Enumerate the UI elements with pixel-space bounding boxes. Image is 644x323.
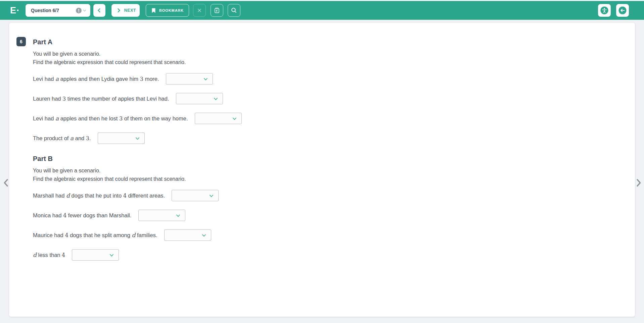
math-variable: d [33,252,37,258]
x-mark-icon [196,7,203,14]
math-number: 4 [62,252,65,258]
prev-question-button[interactable] [93,4,105,17]
row-text: Lauren had 3 times the number of apples … [33,96,169,102]
row-text: Maurice had 4 dogs that he split among d… [33,232,157,238]
workspace: 6 Part A You will be given a scenario.Fi… [0,20,644,323]
math-number: 4 [63,212,66,219]
row-text-segment: apples and then he lost [59,115,119,121]
chevron-down-icon [209,193,214,199]
math-number: 3 [119,115,123,122]
part-title: Part A [33,37,242,47]
row-text-segment: dogs that he split among [68,232,132,238]
chevron-down-icon [201,232,207,238]
row-text: Monica had 4 fewer dogs than Marshall. [33,212,132,219]
row-text-segment: Levi had [33,76,55,82]
row-text-segment: and [74,135,86,141]
chevron-down-icon [213,96,219,102]
answer-dropdown[interactable] [72,249,119,261]
row-text: Marshall had d dogs that he put into 4 d… [33,192,165,199]
row-text-segment: families. [135,232,157,238]
bookmark-button[interactable]: BOOKMARK [146,4,189,17]
accessibility-button[interactable] [598,4,611,17]
question-selector-label: Question 6/7 [31,8,59,13]
page-prev-chevron[interactable] [2,178,10,187]
calculator-button[interactable] [211,4,223,17]
question-number-badge: 6 [16,37,26,46]
arrow-left-circle-icon [618,6,627,15]
row-text: d less than 4 [33,252,65,258]
scenario-row: Maurice had 4 dogs that he split among d… [33,229,242,241]
scenario-row: The product of a and 3. [33,132,242,144]
app-logo: E· [10,4,20,17]
math-number: 4 [123,193,127,199]
answer-dropdown[interactable] [195,113,242,124]
row-text: Levi had a apples and then he lost 3 of … [33,115,188,122]
row-text-segment: Marshall had [33,193,66,199]
part-instructions: You will be given a scenario.Find the al… [33,50,242,66]
math-variable: a [70,135,74,142]
row-text-segment: times the number of apples that Levi had… [66,96,169,102]
row-text-segment: more. [143,76,159,82]
part-instructions: You will be given a scenario.Find the al… [33,167,242,183]
row-text-segment: Lauren had [33,96,62,102]
math-number: 3 [86,135,89,142]
question-content: Part A You will be given a scenario.Find… [33,37,242,261]
page-next-chevron[interactable] [635,178,642,187]
row-text-segment: fewer dogs than Marshall. [66,212,132,218]
accessibility-icon [600,6,609,15]
math-number: 3 [140,76,143,82]
answer-dropdown[interactable] [176,93,223,104]
instruction-line: You will be given a scenario. [33,167,242,175]
row-text-segment: apples and then Lydia gave him [59,76,140,82]
math-variable: a [55,115,59,122]
row-text-segment: different areas. [127,193,165,199]
row-text-segment: The product of [33,135,70,141]
question-part: Part A You will be given a scenario.Find… [33,37,242,144]
row-text-segment: Maurice had [33,232,65,238]
row-text-segment: of them on the way home. [123,115,188,121]
answer-dropdown[interactable] [164,229,211,241]
scenario-row: Marshall had d dogs that he put into 4 d… [33,190,242,201]
chevron-down-icon [109,252,114,258]
instruction-line: Find the algebraic expression that could… [33,58,242,67]
next-button-label: NEXT [124,8,136,13]
bookmark-button-label: BOOKMARK [159,8,184,12]
exit-button[interactable] [616,4,629,17]
chevron-down-icon [135,136,140,141]
row-text-segment: dogs that he put into [70,193,123,199]
answer-dropdown[interactable] [138,210,185,221]
row-text-segment: less than [37,252,62,258]
bookmark-icon [151,8,156,13]
alert-icon [76,7,82,14]
question-part: Part B You will be given a scenario.Find… [33,154,242,261]
question-selector[interactable]: Question 6/7 [26,4,90,17]
answer-dropdown[interactable] [98,132,145,144]
close-button-disabled [193,4,206,17]
scenario-row: Monica had 4 fewer dogs than Marshall. [33,210,242,221]
next-question-button[interactable]: NEXT [111,4,140,17]
row-text: The product of a and 3. [33,135,91,142]
row-text-segment: Levi had [33,115,55,121]
math-variable: a [55,75,59,82]
scenario-row: d less than 4 [33,249,242,261]
chevron-left-icon [96,7,103,14]
app-bar: E· Question 6/7 NEXT BOOKMARK [0,1,644,20]
part-title: Part B [33,154,242,163]
row-text-segment: . [89,135,91,141]
magnifier-button[interactable] [228,4,240,17]
math-variable: d [66,192,70,199]
math-number: 3 [62,96,66,102]
math-number: 4 [65,232,68,238]
scenario-row: Levi had a apples and then Lydia gave hi… [33,73,242,85]
answer-dropdown[interactable] [172,190,219,201]
answer-dropdown[interactable] [166,73,213,85]
chevron-down-icon [232,116,237,121]
chevron-down-icon [203,76,209,82]
chevron-down-icon [175,213,181,218]
magnifier-icon [230,7,238,14]
instruction-line: Find the algebraic expression that could… [33,175,242,183]
row-text-segment: Monica had [33,212,63,218]
scenario-row: Levi had a apples and then he lost 3 of … [33,113,242,124]
question-card: 6 Part A You will be given a scenario.Fi… [9,23,635,317]
chevron-down-icon [82,8,87,13]
